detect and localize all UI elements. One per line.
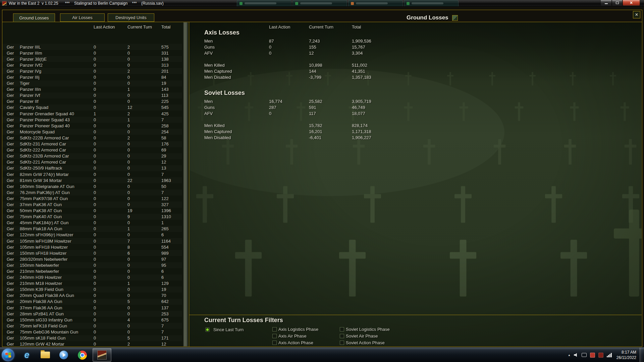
- checkbox-icon[interactable]: [272, 327, 277, 331]
- unit-last-action: 0: [94, 342, 127, 347]
- minimize-button[interactable]: [600, 0, 612, 6]
- table-row[interactable]: Ger Panzer IIIm 0 0 331: [2, 50, 182, 56]
- tray-expand-icon[interactable]: [568, 354, 571, 357]
- table-row[interactable]: Ger Panzer Pioneer Squad 40 0 0 258: [2, 123, 182, 129]
- phase-filter[interactable]: Axis Logistics Phase: [272, 326, 318, 332]
- start-button[interactable]: [2, 349, 14, 361]
- loss-last-action: 0: [269, 45, 309, 50]
- table-row[interactable]: Ger 82mm GrW 274(r) Mortar 0 0 7: [2, 171, 182, 177]
- table-row[interactable]: Ger Panzer Pioneer Squad 43 0 1 7: [2, 117, 182, 123]
- report-icon[interactable]: [452, 15, 458, 21]
- table-row[interactable]: Ger 28mm sPzB41 AT Gun 0 0 253: [2, 311, 182, 317]
- volume-icon[interactable]: [574, 353, 578, 357]
- table-scrollbar[interactable]: [183, 22, 188, 347]
- table-row[interactable]: Ger Panzer IVf 0 0 113: [2, 93, 182, 99]
- table-row[interactable]: Ger SdKfz-231 Armored Car 0 0 176: [2, 141, 182, 147]
- table-row[interactable]: Ger 76.2mm PaK36(r) AT Gun 0 0 7: [2, 189, 182, 195]
- table-row[interactable]: Ger 210mm M18 Howitzer 0 1 129: [2, 281, 182, 287]
- unit-last-action: 0: [94, 239, 127, 244]
- table-row[interactable]: Ger 280/320mm Nebelwerfer 0 0 97: [2, 256, 182, 262]
- table-row[interactable]: Ger 75mm PaK97/38 AT Gun 0 0 122: [2, 195, 182, 201]
- loss-current-turn: 7,243: [309, 39, 352, 44]
- screen-close-button[interactable]: [633, 11, 640, 18]
- table-row[interactable]: Ger Panzer IIIL 0 2 575: [2, 44, 182, 50]
- checkbox-icon[interactable]: [340, 334, 344, 338]
- table-row[interactable]: Ger 75mm PaK40 AT Gun 0 9 1310: [2, 214, 182, 220]
- internet-explorer-button[interactable]: [19, 348, 35, 362]
- phase-filter[interactable]: Soviet Action Phase: [340, 340, 390, 345]
- tab-destroyed-units[interactable]: Destroyed Units: [108, 13, 154, 22]
- file-explorer-button[interactable]: [37, 348, 53, 362]
- table-row[interactable]: Ger 105mm leFH18 Howitzer 0 8 554: [2, 244, 182, 250]
- checkbox-icon[interactable]: [340, 341, 344, 345]
- table-row[interactable]: Ger Panzer IVf2 0 0 313: [2, 62, 182, 68]
- network-icon[interactable]: [607, 353, 612, 357]
- table-row[interactable]: Ger SdKfz-221 Armored Car 0 0 12: [2, 159, 182, 165]
- chrome-button[interactable]: [74, 348, 90, 362]
- table-row[interactable]: Ger Panzer IVg 0 2 201: [2, 68, 182, 74]
- unit-nationality: Ger: [7, 190, 20, 195]
- table-row[interactable]: Ger 150mm K39 Field Gun 0 0 19: [2, 287, 182, 293]
- table-row[interactable]: Ger 20mm Flak38 AA Gun 0 5 642: [2, 299, 182, 305]
- tab-ground-losses[interactable]: Ground Losses: [13, 13, 55, 22]
- tab-air-losses[interactable]: Air Losses: [60, 13, 105, 22]
- table-row[interactable]: Ger 120mm GrW 42 Mortar 0 2 12: [2, 341, 182, 347]
- table-row[interactable]: Ger Tiger 0 0 19: [2, 80, 182, 86]
- table-row[interactable]: Ger Panzer Grenadier Squad 40 1 2 425: [2, 111, 182, 117]
- table-row[interactable]: Ger Panzer IIf 0 0 225: [2, 99, 182, 105]
- wite2-taskbar-button[interactable]: [93, 348, 111, 362]
- table-row[interactable]: Ger Panzer 38(t)E 0 0 138: [2, 56, 182, 62]
- table-row[interactable]: Ger 20mm Quad Flak38 AA Gun 0 0 70: [2, 293, 182, 299]
- checkbox-icon[interactable]: [340, 327, 344, 331]
- table-row[interactable]: Ger Cavalry Squad 0 12 545: [2, 105, 182, 111]
- table-row[interactable]: Ger 210mm Nebelwerfer 0 0 6: [2, 268, 182, 274]
- unit-total: 19: [161, 287, 182, 292]
- table-row[interactable]: Ger 105mm leFH18M Howitzer 0 7 1164: [2, 238, 182, 244]
- table-row[interactable]: Ger SdKfz-222 Armored Car 0 0 69: [2, 147, 182, 153]
- table-row[interactable]: Ger 122mm sFH396(r) Howitzer 0 0 6: [2, 232, 182, 238]
- table-row[interactable]: Ger 105mm sK18 Field Gun 0 5 171: [2, 335, 182, 341]
- unit-total: 331: [161, 51, 182, 56]
- table-row[interactable]: Ger 150mm Nebelwerfer 0 0 95: [2, 262, 182, 268]
- media-player-button[interactable]: [56, 348, 72, 362]
- table-row[interactable]: Ger 160mm Stielgranate AT Gun 0 0 50: [2, 183, 182, 189]
- close-button[interactable]: [623, 0, 640, 6]
- table-row[interactable]: Ger 75mm leFK18 Field Gun 0 0 7: [2, 323, 182, 329]
- maximize-button[interactable]: [612, 0, 623, 6]
- table-row[interactable]: Ger Panzer IIIn 0 1 143: [2, 86, 182, 93]
- table-row[interactable]: Ger 240mm H39 Howitzer 0 0 6: [2, 275, 182, 281]
- table-row[interactable]: Ger 37mm Flak36 AA Gun 0 0 137: [2, 305, 182, 311]
- table-row[interactable]: Ger 37mm PaK36 AT Gun 0 0 327: [2, 201, 182, 207]
- table-row[interactable]: Ger SdKfz-222B Armored Car 0 2 58: [2, 135, 182, 141]
- table-row[interactable]: Ger 50mm PaK38 AT Gun 0 19 1396: [2, 208, 182, 214]
- table-row[interactable]: Ger 75mm GebG36 Mountain Gun 0 0 7: [2, 329, 182, 335]
- loss-total: 1,357,183: [352, 75, 642, 80]
- table-row[interactable]: Ger Motorcycle Squad 0 0 254: [2, 129, 182, 135]
- table-row[interactable]: Ger 150mm sFH18 Howitzer 0 6 989: [2, 250, 182, 256]
- table-row[interactable]: Ger 81mm GrW 34 Mortar 0 22 1963: [2, 177, 182, 183]
- unit-last-action: 0: [94, 160, 127, 165]
- unit-name: 105mm sK18 Field Gun: [20, 336, 94, 341]
- tray-clock[interactable]: 8:17 AM 26/11/2022: [616, 350, 636, 360]
- table-row[interactable]: Ger SdKfz-232B Armored Car 0 0 29: [2, 153, 182, 159]
- phase-filter[interactable]: Soviet Logistics Phase: [340, 326, 390, 332]
- checkbox-icon[interactable]: [272, 341, 277, 345]
- table-row[interactable]: Ger Panzer IIIj 0 0 84: [2, 74, 182, 80]
- header-current-turn: Current Turn: [309, 24, 352, 29]
- table-row[interactable]: Ger 45mm PaK184(r) AT Gun 0 0 1: [2, 220, 182, 226]
- phase-filter[interactable]: Axis Air Phase: [272, 333, 318, 339]
- loss-current-turn: 16,201: [309, 129, 352, 134]
- table-row[interactable]: Ger SdKfz-250/9 Halftrack 0 0 13: [2, 165, 182, 171]
- show-desktop-button[interactable]: [640, 348, 644, 362]
- since-last-turn-filter[interactable]: Since Last Turn: [205, 327, 244, 332]
- table-row[interactable]: Ger 88mm Flak18 AA Gun 0 1 265: [2, 226, 182, 232]
- phase-filter[interactable]: Axis Action Phase: [272, 340, 318, 345]
- antivirus-icon[interactable]: [590, 353, 595, 358]
- table-row[interactable]: Ger 150mm sIG33 Infantry Gun 0 4 675: [2, 317, 182, 323]
- radio-icon[interactable]: [205, 327, 210, 332]
- unit-last-action: 0: [94, 75, 127, 80]
- phase-filter[interactable]: Soviet Air Phase: [340, 333, 390, 339]
- security-icon[interactable]: [598, 353, 603, 358]
- language-icon[interactable]: [582, 353, 587, 357]
- checkbox-icon[interactable]: [272, 334, 277, 338]
